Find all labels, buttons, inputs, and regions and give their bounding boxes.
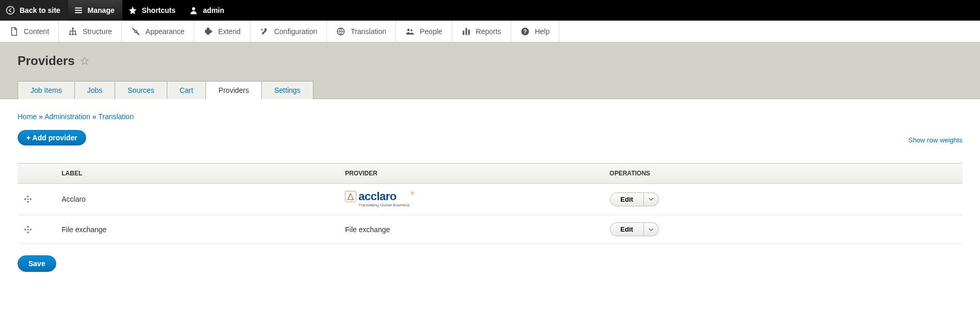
hamburger-icon	[73, 5, 84, 15]
edit-button[interactable]: Edit	[610, 222, 644, 236]
tab-providers[interactable]: Providers	[206, 81, 262, 99]
row-provider-cell: File exchange	[339, 215, 603, 244]
admin-tab-configuration[interactable]: Configuration	[250, 21, 327, 42]
manage-label: Manage	[88, 6, 115, 14]
tab-label: Job Items	[30, 86, 62, 94]
tab-label: Providers	[218, 86, 249, 94]
people-icon	[405, 27, 415, 36]
favorite-star-icon[interactable]	[80, 56, 89, 66]
back-to-site-button[interactable]: Back to site	[0, 0, 68, 21]
document-icon	[9, 27, 19, 36]
breadcrumb: Home » Administration » Translation	[18, 112, 962, 121]
svg-point-11	[410, 29, 413, 31]
user-icon	[188, 5, 199, 15]
help-icon: ?	[520, 27, 530, 36]
edit-button[interactable]: Edit	[610, 192, 644, 206]
svg-rect-12	[463, 30, 464, 35]
shortcuts-button[interactable]: Shortcuts	[122, 0, 183, 21]
svg-point-4	[72, 33, 74, 35]
svg-text:?: ?	[523, 28, 526, 34]
back-to-site-label: Back to site	[20, 6, 60, 14]
col-label: LABEL	[55, 164, 339, 184]
svg-point-3	[69, 33, 71, 35]
row-provider-cell: acclaro Translating Global Business ®	[339, 184, 603, 215]
back-icon	[5, 5, 15, 15]
drag-handle-icon[interactable]	[18, 184, 55, 215]
breadcrumb-administration[interactable]: Administration	[44, 112, 90, 121]
svg-point-0	[7, 7, 14, 14]
admin-tab-label: Extend	[218, 27, 241, 36]
row-operations-cell: Edit	[604, 215, 962, 244]
tab-settings[interactable]: Settings	[261, 81, 313, 99]
admin-tab-people[interactable]: People	[396, 21, 452, 42]
drag-handle-icon[interactable]	[18, 215, 55, 244]
admin-tab-help[interactable]: ? Help	[511, 21, 560, 42]
globe-icon	[336, 27, 345, 36]
admin-user-label: admin	[203, 6, 224, 14]
breadcrumb-home[interactable]: Home	[18, 112, 37, 121]
svg-point-5	[74, 33, 76, 35]
admin-tab-label: Configuration	[274, 27, 317, 36]
save-button[interactable]: Save	[18, 255, 56, 272]
row-label-cell: File exchange	[55, 215, 339, 244]
admin-tab-translation[interactable]: Translation	[327, 21, 396, 42]
barchart-icon	[462, 27, 471, 36]
admin-user-button[interactable]: admin	[183, 0, 232, 21]
hierarchy-icon	[68, 27, 77, 36]
star-icon	[128, 5, 138, 15]
admin-tab-label: Content	[24, 27, 49, 36]
show-row-weights-link[interactable]: Show row weights	[908, 136, 962, 144]
shortcuts-label: Shortcuts	[142, 6, 176, 14]
caret-down-icon	[649, 227, 654, 232]
admin-tab-content[interactable]: Content	[0, 21, 59, 42]
table-row: Acclaro acclaro Translating Global Busin…	[18, 184, 962, 215]
provider-logo: acclaro Translating Global Business ®	[345, 191, 414, 207]
toolbar: Back to site Manage Shortcuts admin	[0, 0, 980, 21]
operations-toggle[interactable]	[644, 192, 659, 206]
registered-mark: ®	[411, 191, 415, 196]
add-provider-button[interactable]: + Add provider	[18, 130, 86, 145]
tab-label: Jobs	[87, 86, 103, 94]
svg-point-8	[211, 30, 213, 32]
breadcrumb-translation[interactable]: Translation	[98, 112, 134, 121]
admin-tab-structure[interactable]: Structure	[59, 21, 122, 42]
table-row: File exchange File exchange Edit	[18, 215, 962, 244]
operations-toggle[interactable]	[644, 222, 659, 236]
col-operations: OPERATIONS	[604, 164, 962, 184]
content-region: Home » Administration » Translation + Ad…	[0, 99, 980, 285]
provider-logo-text: acclaro	[358, 191, 409, 202]
admin-tab-label: Translation	[351, 27, 386, 36]
admin-tab-appearance[interactable]: Appearance	[122, 21, 195, 42]
wrench-icon	[131, 27, 140, 36]
providers-table: LABEL PROVIDER OPERATIONS Acclaro a	[18, 163, 962, 244]
admin-tab-label: Structure	[83, 27, 112, 36]
admin-tab-reports[interactable]: Reports	[452, 21, 511, 42]
admin-tab-label: Help	[535, 27, 550, 36]
page-header-region: Providers Job Items Jobs Sources Cart Pr…	[0, 42, 980, 99]
tab-jobs[interactable]: Jobs	[74, 81, 116, 99]
row-label-cell: Acclaro	[55, 184, 339, 215]
tab-label: Sources	[128, 86, 154, 94]
svg-rect-13	[465, 28, 467, 35]
admin-tab-label: Appearance	[146, 27, 185, 36]
admin-tab-label: Reports	[476, 27, 501, 36]
svg-point-10	[407, 28, 410, 31]
tab-label: Cart	[180, 86, 193, 94]
puzzle-icon	[203, 27, 213, 36]
page-title: Providers	[18, 54, 962, 68]
operations-dropdown: Edit	[610, 192, 659, 206]
breadcrumb-sep: »	[92, 112, 97, 121]
col-drag	[18, 164, 55, 184]
tab-job-items[interactable]: Job Items	[18, 81, 75, 99]
page-title-text: Providers	[18, 54, 75, 68]
svg-point-7	[208, 27, 210, 29]
table-header-row: LABEL PROVIDER OPERATIONS	[18, 164, 962, 184]
admin-tab-extend[interactable]: Extend	[194, 21, 250, 42]
svg-point-2	[72, 27, 74, 29]
tab-label: Settings	[274, 86, 301, 94]
operations-dropdown: Edit	[610, 222, 659, 236]
manage-button[interactable]: Manage	[68, 0, 122, 21]
tab-cart[interactable]: Cart	[167, 81, 206, 99]
svg-point-1	[192, 7, 195, 10]
tab-sources[interactable]: Sources	[115, 81, 167, 99]
